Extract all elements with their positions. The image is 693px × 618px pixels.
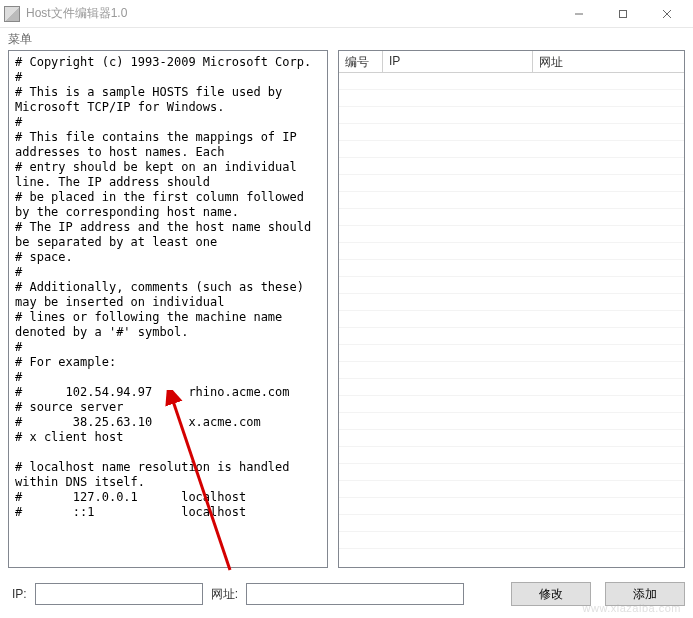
table-row[interactable] bbox=[339, 107, 684, 124]
table-row[interactable] bbox=[339, 226, 684, 243]
table-row[interactable] bbox=[339, 260, 684, 277]
table-row[interactable] bbox=[339, 430, 684, 447]
table-row[interactable] bbox=[339, 294, 684, 311]
table-header: 编号 IP 网址 bbox=[339, 51, 684, 73]
table-row[interactable] bbox=[339, 311, 684, 328]
watermark-text: www.xiazaiba.com bbox=[583, 602, 681, 614]
table-row[interactable] bbox=[339, 481, 684, 498]
maximize-button[interactable] bbox=[601, 0, 645, 28]
table-row[interactable] bbox=[339, 124, 684, 141]
minimize-button[interactable] bbox=[557, 0, 601, 28]
table-row[interactable] bbox=[339, 277, 684, 294]
hosts-text-area[interactable]: # Copyright (c) 1993-2009 Microsoft Corp… bbox=[8, 50, 328, 568]
entries-table: 编号 IP 网址 bbox=[338, 50, 685, 568]
close-button[interactable] bbox=[645, 0, 689, 28]
url-input[interactable] bbox=[246, 583, 464, 605]
column-header-number[interactable]: 编号 bbox=[339, 51, 383, 72]
table-row[interactable] bbox=[339, 345, 684, 362]
table-row[interactable] bbox=[339, 90, 684, 107]
table-row[interactable] bbox=[339, 515, 684, 532]
table-row[interactable] bbox=[339, 396, 684, 413]
table-row[interactable] bbox=[339, 141, 684, 158]
table-row[interactable] bbox=[339, 532, 684, 549]
table-row[interactable] bbox=[339, 413, 684, 430]
app-icon bbox=[4, 6, 20, 22]
url-label: 网址: bbox=[207, 586, 242, 603]
table-row[interactable] bbox=[339, 447, 684, 464]
table-row[interactable] bbox=[339, 175, 684, 192]
modify-button[interactable]: 修改 bbox=[511, 582, 591, 606]
ip-label: IP: bbox=[8, 587, 31, 601]
svg-rect-1 bbox=[620, 10, 627, 17]
table-row[interactable] bbox=[339, 243, 684, 260]
column-header-ip[interactable]: IP bbox=[383, 51, 533, 72]
table-row[interactable] bbox=[339, 379, 684, 396]
window-titlebar: Host文件编辑器1.0 bbox=[0, 0, 693, 28]
menu-bar: 菜单 bbox=[0, 28, 693, 50]
table-row[interactable] bbox=[339, 498, 684, 515]
table-body[interactable] bbox=[339, 73, 684, 567]
table-row[interactable] bbox=[339, 362, 684, 379]
table-row[interactable] bbox=[339, 192, 684, 209]
table-row[interactable] bbox=[339, 73, 684, 90]
menu-item-main[interactable]: 菜单 bbox=[8, 31, 32, 48]
column-header-url[interactable]: 网址 bbox=[533, 51, 684, 72]
window-title: Host文件编辑器1.0 bbox=[26, 5, 557, 22]
table-row[interactable] bbox=[339, 464, 684, 481]
table-row[interactable] bbox=[339, 328, 684, 345]
ip-input[interactable] bbox=[35, 583, 203, 605]
table-row[interactable] bbox=[339, 209, 684, 226]
window-controls bbox=[557, 0, 689, 28]
table-row[interactable] bbox=[339, 158, 684, 175]
